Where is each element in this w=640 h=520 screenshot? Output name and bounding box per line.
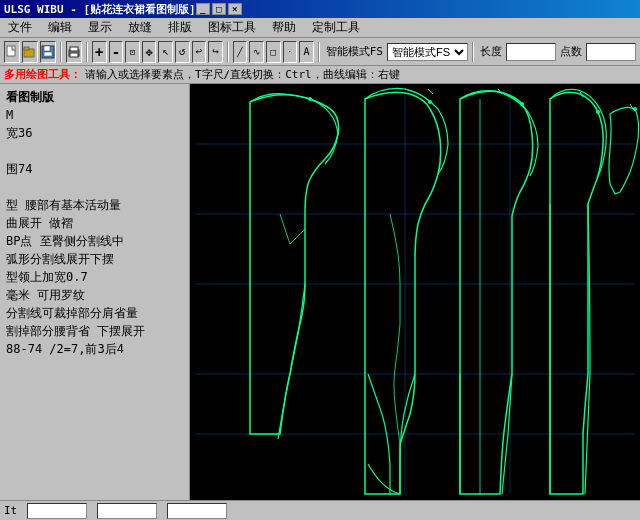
svg-point-22 <box>428 100 432 104</box>
toolbar-sep-4 <box>318 42 320 62</box>
panel-line-7: 曲展开 做褶 <box>6 214 183 232</box>
svg-rect-4 <box>44 46 50 51</box>
status-bar: It <box>0 500 640 520</box>
menu-item-view[interactable]: 显示 <box>84 18 116 37</box>
toolbar-sep-2 <box>86 42 88 62</box>
left-panel: 看图制版 M 宽36 围74 型 腰部有基本活动量 曲展开 做褶 BP点 至臀侧… <box>0 84 190 500</box>
status-field-3 <box>167 503 227 519</box>
toolbar-zoom-out-btn[interactable]: - <box>109 41 124 63</box>
panel-line-14: 88-74 /2=7,前3后4 <box>6 340 183 358</box>
pattern-svg <box>190 84 640 500</box>
toolbar-redo-btn[interactable]: ↪ <box>208 41 223 63</box>
points-input[interactable] <box>586 43 636 61</box>
canvas-area[interactable] <box>190 84 640 500</box>
menu-bar: 文件 编辑 显示 放缝 排版 图标工具 帮助 定制工具 <box>0 18 640 38</box>
panel-line-1: M <box>6 106 183 124</box>
svg-point-25 <box>633 107 637 111</box>
svg-point-23 <box>520 102 524 106</box>
smart-mode-select[interactable]: 智能模式FS 智能模式F 普通模式 <box>387 43 468 61</box>
points-label: 点数 <box>560 44 582 59</box>
panel-line-8: BP点 至臀侧分割线中 <box>6 232 183 250</box>
smart-mode-label: 智能模式FS <box>326 44 383 59</box>
panel-line-12: 分割线可裁掉部分肩省量 <box>6 304 183 322</box>
toolbar-zoom-fit-btn[interactable]: ⊡ <box>125 41 140 63</box>
toolbar-print-btn[interactable] <box>66 41 82 63</box>
status-field-2 <box>97 503 157 519</box>
toolbar-text-btn[interactable]: A <box>299 41 314 63</box>
svg-rect-7 <box>70 47 78 51</box>
svg-rect-5 <box>44 52 52 56</box>
toolbar-open-btn[interactable] <box>22 41 38 63</box>
info-bar: 多用绘图工具： 请输入或选择要素点，T字尺/直线切换：Ctrl，曲线编辑：右键 <box>0 66 640 84</box>
toolbar: + - ⊡ ✥ ↖ ↺ ↩ ↪ ╱ ∿ □ · A 智能模式FS 智能模式FS … <box>0 38 640 66</box>
panel-line-3 <box>6 142 183 160</box>
svg-rect-8 <box>70 53 78 57</box>
length-input[interactable] <box>506 43 556 61</box>
panel-line-2: 宽36 <box>6 124 183 142</box>
menu-item-file[interactable]: 文件 <box>4 18 36 37</box>
panel-line-5 <box>6 178 183 196</box>
svg-point-24 <box>596 110 600 114</box>
svg-rect-2 <box>24 47 29 50</box>
toolbar-save-btn[interactable] <box>40 41 56 63</box>
info-tag: 多用绘图工具： <box>4 67 81 82</box>
length-label: 长度 <box>480 44 502 59</box>
panel-line-6: 型 腰部有基本活动量 <box>6 196 183 214</box>
panel-line-9: 弧形分割线展开下摆 <box>6 250 183 268</box>
toolbar-curve-btn[interactable]: ∿ <box>249 41 264 63</box>
title-text: ULSG WIBU - [贴花连衣裙看图制版] <box>4 2 196 17</box>
toolbar-rotate-btn[interactable]: ↺ <box>175 41 190 63</box>
menu-item-edit[interactable]: 编辑 <box>44 18 76 37</box>
toolbar-point-btn[interactable]: · <box>283 41 298 63</box>
svg-rect-0 <box>7 46 15 56</box>
info-text: 请输入或选择要素点，T字尺/直线切换：Ctrl，曲线编辑：右键 <box>85 67 400 82</box>
panel-line-0: 看图制版 <box>6 88 183 106</box>
panel-line-11: 毫米 可用罗纹 <box>6 286 183 304</box>
menu-item-layout[interactable]: 排版 <box>164 18 196 37</box>
status-label: It <box>4 504 17 517</box>
toolbar-sep-3 <box>227 42 229 62</box>
toolbar-undo-btn[interactable]: ↩ <box>192 41 207 63</box>
toolbar-line-btn[interactable]: ╱ <box>233 41 248 63</box>
maximize-button[interactable]: □ <box>212 3 226 15</box>
main-area: 看图制版 M 宽36 围74 型 腰部有基本活动量 曲展开 做褶 BP点 至臀侧… <box>0 84 640 500</box>
toolbar-sep-5 <box>472 42 474 62</box>
menu-item-tools[interactable]: 图标工具 <box>204 18 260 37</box>
toolbar-select-btn[interactable]: ↖ <box>158 41 173 63</box>
panel-line-13: 割掉部分腰背省 下摆展开 <box>6 322 183 340</box>
toolbar-zoom-in-btn[interactable]: + <box>92 41 107 63</box>
panel-line-4: 围74 <box>6 160 183 178</box>
minimize-button[interactable]: _ <box>196 3 210 15</box>
svg-point-21 <box>308 97 312 101</box>
menu-item-help[interactable]: 帮助 <box>268 18 300 37</box>
close-button[interactable]: × <box>228 3 242 15</box>
toolbar-rect-btn[interactable]: □ <box>266 41 281 63</box>
toolbar-sep-1 <box>60 42 62 62</box>
toolbar-new-btn[interactable] <box>4 41 20 63</box>
menu-item-custom[interactable]: 定制工具 <box>308 18 364 37</box>
title-bar-controls: _ □ × <box>196 3 242 15</box>
status-field-1 <box>27 503 87 519</box>
toolbar-move-btn[interactable]: ✥ <box>142 41 157 63</box>
menu-item-seam[interactable]: 放缝 <box>124 18 156 37</box>
title-bar: ULSG WIBU - [贴花连衣裙看图制版] _ □ × <box>0 0 640 18</box>
panel-line-10: 型领上加宽0.7 <box>6 268 183 286</box>
